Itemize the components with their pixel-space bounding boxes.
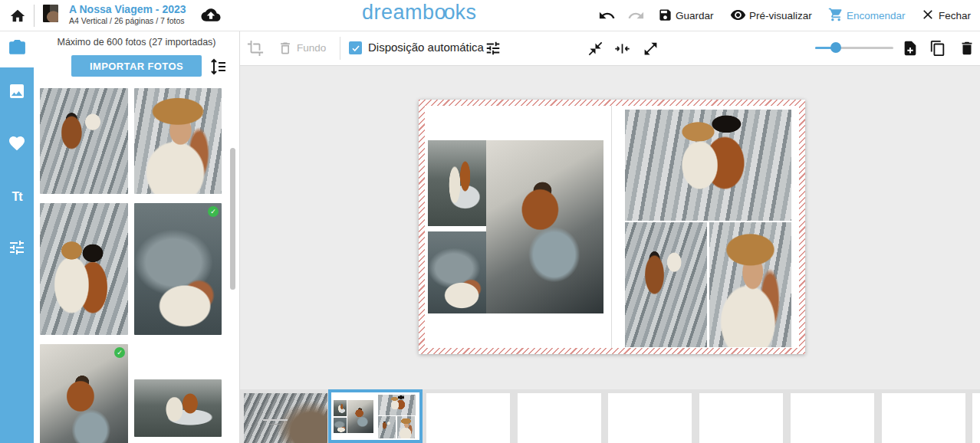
- page-thumb-spread[interactable]: [882, 393, 965, 443]
- preview-label: Pré-visualizar: [749, 10, 812, 21]
- zoom-slider[interactable]: [815, 47, 893, 49]
- save-icon: [658, 8, 673, 25]
- redo-icon[interactable]: [627, 7, 645, 25]
- cart-icon: [828, 7, 844, 25]
- eye-icon: [730, 7, 746, 25]
- editor-area: Fundo Disposição automática: [240, 31, 980, 443]
- page-thumb-spread[interactable]: [608, 393, 692, 443]
- mini-photo: [378, 416, 396, 438]
- spread-photo-couple-in-boat[interactable]: [428, 140, 486, 226]
- image-icon: [8, 82, 26, 103]
- photo-used-badge: ✓: [208, 206, 219, 217]
- spread-photo-woman-hat[interactable]: [709, 222, 791, 347]
- sidebar-tab-layouts[interactable]: [0, 75, 34, 110]
- close-icon: [920, 7, 936, 25]
- topbar: A Nossa Viagem - 2023 A4 Vertical / 26 p…: [0, 0, 980, 31]
- compress-horizontal-icon[interactable]: [613, 40, 630, 57]
- project-cover-thumbnail: [43, 5, 58, 22]
- toolbar-divider: [340, 37, 340, 60]
- mini-photo: [347, 400, 373, 433]
- dreambooks-logo: dreambooks: [362, 1, 477, 25]
- page-thumb-spread[interactable]: [426, 393, 510, 443]
- page-thumb-current-spread[interactable]: [328, 389, 423, 443]
- crop-icon[interactable]: [247, 40, 264, 57]
- mini-photo: [397, 416, 415, 438]
- layout-options-icon[interactable]: [485, 40, 502, 57]
- zoom-slider-thumb[interactable]: [830, 42, 841, 53]
- import-photos-button[interactable]: IMPORTAR FOTOS: [71, 55, 202, 77]
- save-label: Guardar: [676, 10, 714, 21]
- sidebar: Tt: [0, 31, 34, 443]
- topbar-divider: [34, 5, 35, 27]
- spread-photo-man-in-boat[interactable]: [486, 140, 603, 313]
- undo-icon[interactable]: [598, 7, 616, 25]
- text-icon: Tt: [12, 190, 21, 204]
- photos-scrollbar[interactable]: [230, 148, 235, 290]
- mini-photo: [378, 395, 416, 415]
- spread-photo-man-leaning[interactable]: [625, 222, 707, 347]
- mini-photo: [334, 418, 347, 433]
- order-button[interactable]: Encomendar: [828, 6, 906, 25]
- photo-thumbnail-woman-by-lake[interactable]: ✓: [134, 203, 222, 335]
- project-info: A Nossa Viagem - 2023 A4 Vertical / 26 p…: [69, 3, 186, 25]
- photos-panel: Máximo de 600 fotos (27 importadas) IMPO…: [34, 31, 240, 443]
- photos-limit-text: Máximo de 600 fotos (27 importadas): [34, 37, 239, 48]
- order-label: Encomendar: [847, 10, 906, 21]
- editor-toolbar: Fundo Disposição automática: [240, 31, 980, 66]
- shrink-layout-icon[interactable]: [587, 40, 603, 57]
- photo-thumbnail-woman-hat[interactable]: [134, 88, 222, 194]
- background-trash-icon[interactable]: [277, 40, 294, 57]
- project-subtitle: A4 Vertical / 26 páginas / 7 fotos: [69, 16, 186, 25]
- save-button[interactable]: Guardar: [658, 6, 714, 25]
- delete-page-icon[interactable]: [959, 40, 975, 57]
- home-icon[interactable]: [9, 8, 26, 25]
- preview-button[interactable]: Pré-visualizar: [730, 6, 812, 25]
- page-thumb-spread[interactable]: [791, 393, 874, 443]
- spread-pages: [425, 106, 799, 348]
- sidebar-tab-text[interactable]: Tt: [0, 179, 34, 215]
- sidebar-tabs: Tt: [0, 67, 34, 443]
- page-thumb-spread[interactable]: [518, 393, 601, 443]
- auto-layout-label: Disposição automática: [368, 41, 484, 54]
- add-page-icon[interactable]: [902, 40, 919, 57]
- pages-strip: [240, 389, 980, 443]
- photo-thumbnail-couple-on-rocks[interactable]: [40, 88, 128, 194]
- cloud-upload-icon[interactable]: [200, 5, 222, 25]
- duplicate-page-icon[interactable]: [929, 40, 946, 57]
- expand-layout-icon[interactable]: [642, 40, 659, 57]
- photo-thumbnail-couple-rowing[interactable]: [134, 379, 222, 437]
- photobook-editor: A Nossa Viagem - 2023 A4 Vertical / 26 p…: [0, 0, 980, 443]
- sidebar-tab-settings[interactable]: [0, 231, 34, 267]
- project-title: A Nossa Viagem - 2023: [69, 3, 186, 15]
- page-thumb-cover[interactable]: [244, 393, 327, 443]
- spread-photo-woman-by-lake[interactable]: [428, 231, 486, 313]
- heart-icon: [8, 134, 26, 156]
- background-label: Fundo: [297, 42, 326, 54]
- page-spread[interactable]: [419, 100, 805, 354]
- auto-layout-checkbox[interactable]: [349, 41, 362, 54]
- sidebar-tab-photos[interactable]: [0, 31, 34, 67]
- page-thumb-spread[interactable]: [972, 393, 980, 443]
- sidebar-tab-favorites[interactable]: [0, 127, 34, 162]
- spread-photo-couple-marble[interactable]: [625, 110, 791, 221]
- camera-icon: [8, 38, 27, 61]
- spread-gutter: [611, 106, 612, 348]
- close-button[interactable]: Fechar: [920, 6, 971, 25]
- photo-thumbnail-selfie-couple[interactable]: [40, 203, 128, 335]
- photo-used-badge: ✓: [114, 347, 125, 358]
- photo-thumbnail-man-in-boat[interactable]: ✓: [40, 344, 128, 443]
- canvas: [240, 66, 980, 443]
- close-label: Fechar: [939, 10, 971, 21]
- page-thumb-spread[interactable]: [699, 393, 783, 443]
- tune-icon: [8, 238, 26, 260]
- mini-photo: [334, 400, 347, 416]
- sort-icon[interactable]: [209, 57, 227, 76]
